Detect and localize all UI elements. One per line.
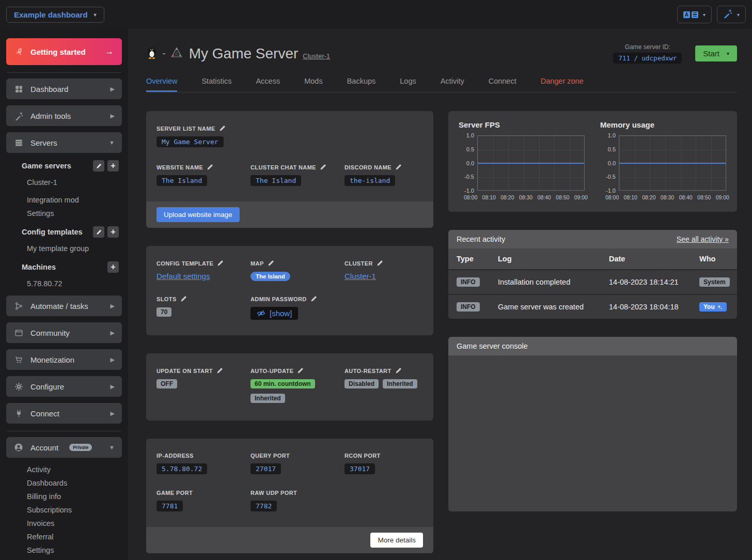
pencil-icon[interactable] [320, 164, 326, 170]
tab-activity[interactable]: Activity [441, 74, 464, 92]
pencil-icon[interactable] [395, 367, 402, 374]
cluster-chat-name-label: CLUSTER CHAT NAME [250, 164, 344, 170]
website-name-label: WEBSITE NAME [156, 164, 250, 170]
game-port-label: GAME PORT [156, 490, 250, 496]
dashboard-grid-icon [13, 85, 24, 94]
tree-config-templates[interactable]: Config templates [22, 228, 83, 236]
map-label: MAP [250, 260, 344, 267]
sidebar-item-cluster-1[interactable]: Cluster-1 [6, 176, 122, 189]
server-fps-x-axis: 08:0008:1008:2008:3008:4008:5009:00 [464, 194, 588, 200]
sidebar-item-dashboard[interactable]: Dashboard ▶ [6, 79, 122, 99]
sidebar-item-automate-tasks[interactable]: Automate / tasks ▶ [6, 295, 122, 316]
tab-statistics[interactable]: Statistics [201, 74, 231, 92]
query-port-value: 27017 [250, 463, 281, 474]
pencil-icon[interactable] [217, 260, 224, 267]
config-card: CONFIG TEMPLATE Default settings MAP [146, 246, 433, 335]
sidebar-item-dashboards[interactable]: Dashboards [6, 476, 122, 490]
sidebar-item-community[interactable]: Community ▶ [6, 322, 122, 343]
caret-down-icon: ▾ [94, 12, 97, 18]
language-selector-button[interactable]: A ▾ [677, 6, 712, 23]
log-date: 14-08-2023 18:04:18 [609, 303, 699, 311]
pencil-icon[interactable] [216, 367, 223, 374]
add-config-template-button[interactable]: + [107, 226, 119, 238]
edit-game-servers-button[interactable] [93, 160, 104, 172]
game-port-value: 7781 [156, 501, 183, 511]
sidebar-item-account[interactable]: Account Private ▼ [6, 437, 122, 458]
activity-table-row: INFO Game server was created 14-08-2023 … [448, 294, 737, 319]
log-type-badge: INFO [457, 302, 480, 312]
person-icon [13, 443, 24, 452]
tree-game-servers[interactable]: Game servers [22, 162, 71, 170]
sidebar-item-settings[interactable]: Settings [6, 207, 122, 220]
sidebar-item-billing-info[interactable]: Billing info [6, 490, 122, 503]
sidebar-item-subscriptions[interactable]: Subscriptions [6, 503, 122, 517]
pencil-icon[interactable] [395, 164, 402, 170]
tab-access[interactable]: Access [256, 74, 280, 92]
sidebar-item-referral[interactable]: Referral [6, 530, 122, 543]
dashboard-selector-label: Example dashboard [14, 10, 88, 19]
sidebar-item-admin-tools[interactable]: Admin tools ▶ [6, 105, 122, 126]
more-details-button[interactable]: More details [370, 533, 423, 548]
game-server-console-panel: Game server console [448, 337, 737, 511]
auto-update-label: AUTO-UPDATE [250, 367, 344, 374]
log-message: Game server was created [498, 303, 609, 311]
network-card: IP-ADDRESS 5.78.80.72 QUERY PORT 27017 R… [146, 439, 433, 553]
server-fps-series-line [478, 163, 584, 164]
tab-logs[interactable]: Logs [400, 74, 416, 92]
start-button[interactable]: Start ▾ [695, 45, 737, 61]
log-type-badge: INFO [457, 277, 480, 287]
console-output[interactable] [448, 355, 737, 511]
pencil-icon[interactable] [377, 260, 383, 267]
pencil-icon[interactable] [219, 125, 226, 132]
pencil-icon[interactable] [297, 367, 304, 374]
see-all-activity-link[interactable]: See all activity » [677, 235, 729, 243]
upload-website-image-button[interactable]: Upload website image [156, 207, 240, 222]
tools-menu-button[interactable]: ▾ [717, 6, 746, 23]
memory-usage-chart: Memory usage 1.0 0.5 0.0 -0.5 -1.0 [600, 120, 729, 200]
sidebar-item-my-template-group[interactable]: My template group [6, 242, 122, 255]
sidebar-item-activity[interactable]: Activity [6, 463, 122, 476]
tab-backups[interactable]: Backups [347, 74, 376, 92]
sidebar-item-servers[interactable]: Servers ▼ [6, 132, 122, 153]
arrow-right-icon: → [105, 46, 114, 57]
tab-overview[interactable]: Overview [146, 74, 177, 92]
sidebar-item-invoices[interactable]: Invoices [6, 517, 122, 530]
sidebar-item-connect[interactable]: Connect ▶ [6, 403, 122, 424]
pencil-icon[interactable] [207, 164, 213, 170]
sidebar-item-monetization[interactable]: Monetization ▶ [6, 349, 122, 370]
cluster-link[interactable]: Cluster-1 [303, 52, 330, 60]
sidebar-item-account-settings[interactable]: Settings [6, 543, 122, 557]
sidebar-item-machine-ip[interactable]: 5.78.80.72 [6, 277, 122, 290]
admin-password-show-toggle[interactable]: [show] [250, 307, 298, 320]
pencil-icon[interactable] [268, 260, 274, 267]
dashboard-selector[interactable]: Example dashboard ▾ [6, 7, 104, 23]
sidebar-item-configure[interactable]: Configure ▶ [6, 376, 122, 397]
server-fps-y-axis: 1.0 0.5 0.0 -0.5 -1.0 [459, 135, 474, 191]
recent-activity-title: Recent activity [457, 235, 505, 243]
sparkles-icon [717, 304, 723, 310]
pencil-icon [96, 163, 102, 169]
log-who-badge: You [699, 302, 727, 312]
dash-separator: - [162, 48, 166, 59]
add-game-server-button[interactable]: + [107, 160, 119, 172]
chevron-right-icon: ▶ [111, 113, 115, 119]
auto-update-inherited-badge: Inherited [250, 394, 285, 403]
tab-danger-zone[interactable]: Danger zone [541, 74, 584, 92]
getting-started-button[interactable]: Getting started → [6, 38, 122, 65]
config-template-link[interactable]: Default settings [156, 272, 210, 281]
tab-mods[interactable]: Mods [304, 74, 322, 92]
topbar: Example dashboard ▾ A ▾ ▾ [0, 0, 752, 29]
sidebar-item-integration-mod[interactable]: Integration mod [6, 193, 122, 207]
pencil-icon[interactable] [180, 295, 187, 302]
ark-game-icon [170, 46, 183, 61]
tree-machines[interactable]: Machines [22, 263, 56, 271]
cluster-value-link[interactable]: Cluster-1 [344, 272, 376, 281]
chevron-right-icon: ▶ [111, 86, 115, 92]
main-content: - My Game Server Cluster-1 Game server I… [128, 29, 752, 560]
caret-down-icon: ▾ [737, 12, 740, 18]
pencil-icon[interactable] [310, 295, 317, 302]
edit-config-templates-button[interactable] [93, 226, 104, 238]
tab-connect[interactable]: Connect [489, 74, 516, 92]
add-machine-button[interactable]: + [107, 261, 119, 273]
private-badge: Private [69, 444, 92, 451]
